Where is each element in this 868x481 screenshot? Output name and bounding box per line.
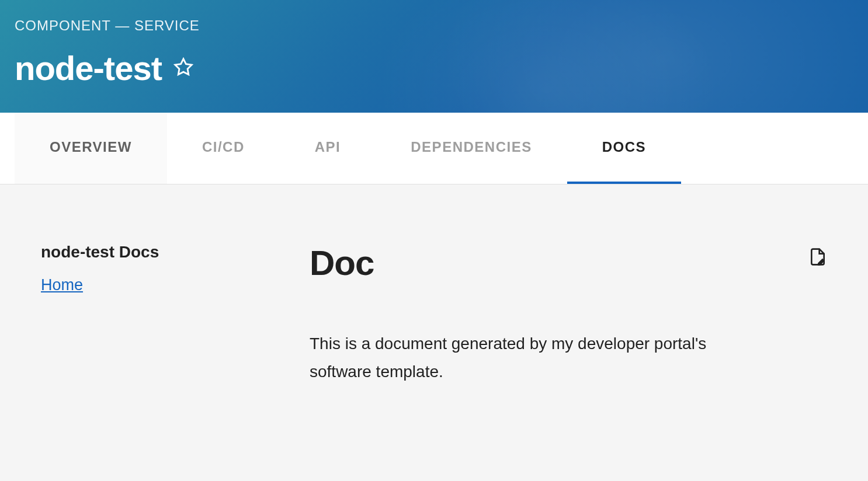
docs-sidebar: node-test Docs Home	[41, 243, 275, 385]
tab-overview[interactable]: OVERVIEW	[15, 113, 167, 184]
doc-main: Doc This is a document generated by my d…	[310, 243, 827, 385]
star-icon[interactable]	[173, 57, 193, 79]
sidebar-title: node-test Docs	[41, 243, 275, 262]
doc-title: Doc	[310, 243, 374, 283]
page-header: COMPONENT — SERVICE node-test	[0, 0, 868, 113]
page-title: node-test	[15, 48, 162, 88]
sidebar-link-home[interactable]: Home	[41, 276, 83, 294]
tabs-container: OVERVIEW CI/CD API DEPENDENCIES DOCS	[0, 113, 868, 184]
tab-cicd[interactable]: CI/CD	[167, 113, 280, 184]
breadcrumb: COMPONENT — SERVICE	[15, 18, 853, 34]
tab-docs[interactable]: DOCS	[567, 113, 681, 184]
doc-header: Doc	[310, 243, 827, 283]
doc-body: This is a document generated by my devel…	[310, 330, 765, 385]
tab-api[interactable]: API	[280, 113, 376, 184]
tab-dependencies[interactable]: DEPENDENCIES	[376, 113, 567, 184]
edit-doc-icon[interactable]	[808, 248, 827, 269]
title-row: node-test	[15, 48, 853, 88]
svg-marker-0	[175, 58, 192, 74]
content-area: node-test Docs Home Doc This is a docume…	[0, 184, 868, 444]
